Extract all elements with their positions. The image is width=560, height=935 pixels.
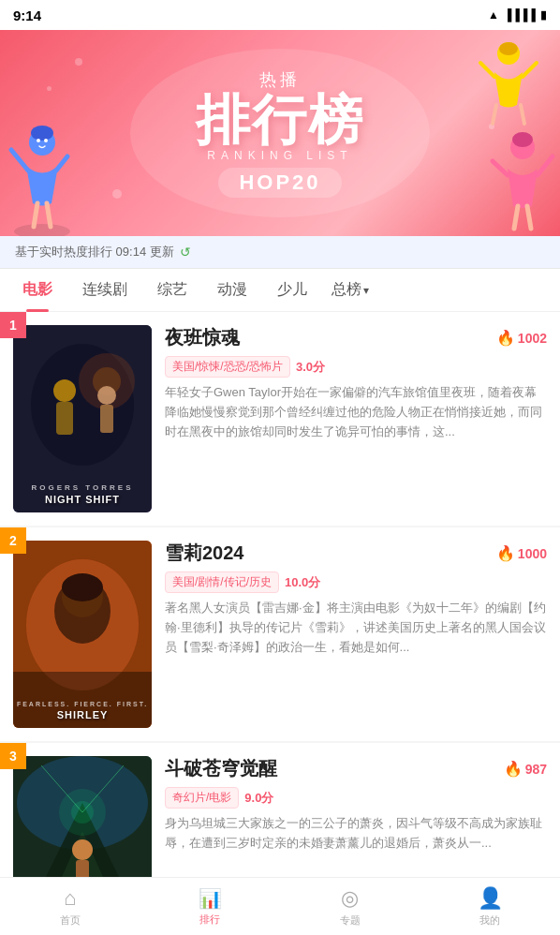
- nav-topic[interactable]: ◎ 专题: [280, 886, 420, 928]
- cover-1-text: NIGHT SHIFT: [13, 494, 152, 505]
- svg-line-13: [480, 63, 494, 77]
- deco-figure-left: [0, 114, 84, 236]
- status-icons: ▲ ▐▐▐▐ ▮: [488, 8, 547, 22]
- svg-line-3: [34, 203, 37, 227]
- nav-me-label: 我的: [479, 913, 500, 928]
- svg-point-27: [97, 386, 116, 405]
- svg-point-23: [53, 379, 76, 402]
- update-text: 基于实时热度排行 09:14 更新: [15, 244, 174, 260]
- svg-point-16: [512, 132, 533, 147]
- tab-series[interactable]: 连续剧: [67, 269, 142, 312]
- battery-icon: ▮: [540, 8, 547, 22]
- info-top-2: 雪莉2024 🔥 1000: [165, 541, 547, 566]
- status-bar: 9:14 ▲ ▐▐▐▐ ▮: [0, 0, 560, 30]
- svg-line-17: [514, 206, 518, 229]
- svg-point-41: [72, 839, 93, 860]
- movie-info-2: 雪莉2024 🔥 1000 美国/剧情/传记/历史 10.0分 著名黑人女演员【…: [165, 541, 547, 728]
- topic-icon: ◎: [341, 886, 359, 911]
- svg-line-6: [56, 156, 67, 171]
- banner-main-title: 排行榜: [196, 93, 364, 147]
- tab-anime[interactable]: 动漫: [202, 269, 262, 312]
- heat-score-3: 🔥 987: [504, 760, 547, 778]
- tab-movie[interactable]: 电影: [7, 269, 67, 312]
- banner: 热播 排行榜 RANKING LIST HOP20: [0, 30, 560, 236]
- update-bar: 基于实时热度排行 09:14 更新 ↺: [0, 236, 560, 269]
- svg-point-0: [14, 224, 70, 236]
- heat-score-2: 🔥 1000: [496, 544, 547, 562]
- fire-icon-2: 🔥: [496, 544, 515, 562]
- svg-line-11: [493, 105, 496, 124]
- deco-dot-1: [75, 58, 82, 66]
- list-item[interactable]: 1 ROG: [0, 312, 560, 526]
- movie-title-2: 雪莉2024: [165, 541, 244, 566]
- rank-badge-2: 2: [0, 527, 26, 554]
- list-item[interactable]: 2 FEARLESS. FIERCE. FIRST. SHIRLEY: [0, 527, 560, 741]
- score-tag-1: 3.0分: [296, 359, 325, 376]
- deco-dot-2: [47, 86, 52, 91]
- status-time: 9:14: [13, 7, 41, 23]
- cover-1-sub: ROGERS TORRES: [13, 483, 152, 492]
- movie-info-1: 夜班惊魂 🔥 1002 美国/惊悚/恐恐/恐怖片 3.0分 年轻女子Gwen T…: [165, 325, 547, 512]
- fire-icon-3: 🔥: [504, 760, 523, 778]
- svg-line-18: [527, 206, 531, 229]
- wifi-icon: ▲: [488, 8, 499, 22]
- tab-all[interactable]: 总榜 ▾: [322, 280, 378, 300]
- nav-topic-label: 专题: [340, 913, 361, 928]
- banner-hop: HOP20: [218, 168, 341, 198]
- signal-icon: ▐▐▐▐: [504, 8, 536, 22]
- svg-line-5: [11, 150, 28, 171]
- score-tag-2: 10.0分: [285, 574, 320, 591]
- cover-2-text: SHIRLEY: [13, 709, 152, 720]
- movie-desc-2: 著名黑人女演员【雷吉娜·金】将主演由电影《为奴十二年》的编剧【约翰·里德利】执导…: [165, 599, 547, 657]
- svg-point-33: [62, 573, 103, 601]
- banner-hot-label: 热播: [259, 68, 301, 91]
- deco-figure-top-right: [476, 35, 541, 128]
- tag-row-3: 奇幻片/电影 9.0分: [165, 787, 547, 809]
- svg-point-7: [37, 139, 40, 142]
- movie-title-3: 斗破苍穹觉醒: [165, 756, 277, 781]
- bottom-nav: ⌂ 首页 📊 排行 ◎ 专题 👤 我的: [0, 877, 560, 935]
- nav-me[interactable]: 👤 我的: [420, 886, 561, 928]
- tag-row-1: 美国/惊悚/恐恐/恐怖片 3.0分: [165, 356, 547, 378]
- movie-cover-2: FEARLESS. FIERCE. FIRST. SHIRLEY: [13, 541, 152, 728]
- movie-desc-3: 身为乌坦城三大家族之一的三公子的萧炎，因斗气等级不高成为家族耻辱，在遭到三岁时定…: [165, 814, 547, 853]
- nav-rank[interactable]: 📊 排行: [140, 887, 281, 927]
- svg-point-2: [31, 126, 53, 141]
- me-icon: 👤: [478, 886, 503, 911]
- movie-title-1: 夜班惊魂: [165, 325, 240, 350]
- rank-badge-3: 3: [0, 743, 26, 769]
- movie-cover-1: ROGERS TORRES NIGHT SHIFT: [13, 325, 152, 512]
- heat-score-1: 🔥 1002: [496, 329, 547, 347]
- home-icon: ⌂: [64, 886, 76, 911]
- cover-2-sub: FEARLESS. FIERCE. FIRST.: [13, 701, 152, 707]
- deco-figure-right: [485, 124, 560, 236]
- genre-tag-2: 美国/剧情/传记/历史: [165, 571, 279, 593]
- genre-tag-3: 奇幻片/电影: [165, 787, 239, 809]
- svg-point-10: [499, 42, 518, 55]
- svg-line-19: [493, 161, 508, 175]
- movie-list: 1 ROG: [0, 312, 560, 935]
- nav-rank-label: 排行: [199, 913, 220, 927]
- svg-point-8: [44, 139, 48, 142]
- svg-line-4: [47, 203, 51, 227]
- genre-tag-1: 美国/惊悚/恐恐/恐怖片: [165, 356, 290, 378]
- deco-dot-4: [112, 189, 122, 199]
- movie-desc-1: 年轻女子Gwen Taylor开始在一家偏僻的汽车旅馆值里夜班，随着夜幕降临她慢…: [165, 383, 547, 441]
- fire-icon-1: 🔥: [496, 329, 515, 347]
- info-top-1: 夜班惊魂 🔥 1002: [165, 325, 547, 350]
- rank-icon: 📊: [199, 887, 222, 910]
- info-top-3: 斗破苍穹觉醒 🔥 987: [165, 756, 547, 781]
- rank-badge-1: 1: [0, 312, 26, 338]
- tab-kids[interactable]: 少儿: [262, 269, 322, 312]
- svg-line-12: [521, 105, 524, 124]
- tag-row-2: 美国/剧情/传记/历史 10.0分: [165, 571, 547, 593]
- nav-home[interactable]: ⌂ 首页: [0, 886, 140, 928]
- score-tag-3: 9.0分: [244, 790, 273, 807]
- tab-variety[interactable]: 综艺: [142, 269, 202, 312]
- nav-home-label: 首页: [60, 913, 81, 928]
- chevron-down-icon: ▾: [363, 284, 369, 297]
- banner-subtitle: RANKING LIST: [207, 149, 352, 162]
- svg-line-20: [538, 156, 553, 175]
- svg-line-14: [523, 63, 537, 77]
- refresh-icon[interactable]: ↺: [180, 245, 191, 260]
